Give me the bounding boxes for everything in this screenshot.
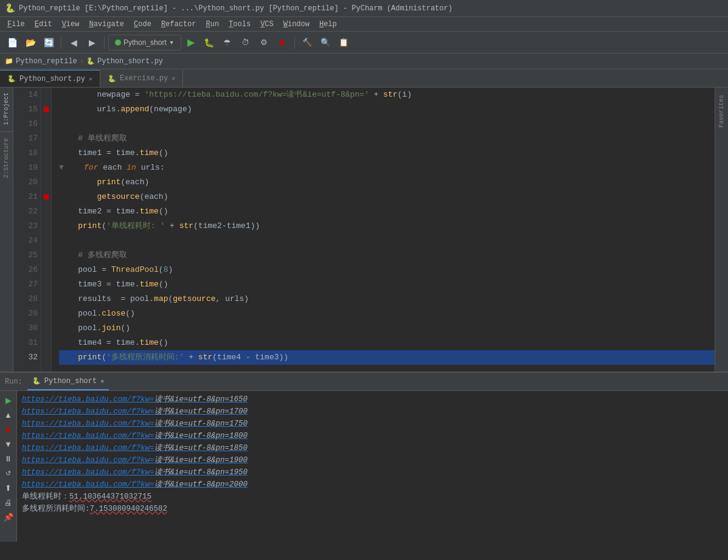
line-num-20: 20: [18, 175, 38, 190]
run-scroll-up-button[interactable]: ▲: [2, 408, 15, 421]
output-url-3[interactable]: https://tieba.baidu.com/f?kw=读书&ie=utf-8…: [22, 418, 248, 430]
coverage-button[interactable]: ☂: [219, 34, 236, 51]
run-pin-button[interactable]: 📌: [2, 510, 15, 524]
run-sort-button[interactable]: ⬆: [2, 481, 15, 494]
run-tab-python-short[interactable]: 🐍 Python_short ✕: [27, 373, 109, 390]
code-line-26: pool = ThreadPool(8): [59, 263, 715, 277]
code-editor[interactable]: 14 15 16 17 18 19 20 21 22 23 24 25 26 2…: [13, 88, 715, 372]
output-url-7[interactable]: https://tieba.baidu.com/f?kw=读书&ie=utf-8…: [22, 466, 248, 479]
menu-window[interactable]: Window: [279, 17, 314, 31]
output-url-8[interactable]: https://tieba.baidu.com/f?kw=读书&ie=utf-8…: [22, 479, 248, 491]
gutter-22: [41, 204, 51, 219]
menu-run[interactable]: Run: [201, 17, 224, 31]
line-num-24: 24: [18, 233, 38, 248]
line-num-21: 21: [18, 190, 38, 204]
code-line-16: [59, 117, 715, 131]
breadcrumb: 📁 Python_reptile › 🐍 Python_short.py: [0, 54, 728, 69]
tasks-button[interactable]: 📋: [335, 34, 352, 51]
code-line-18: time1 = time.time(): [59, 146, 715, 161]
line-num-27: 27: [18, 277, 38, 292]
run-label: Run:: [5, 378, 23, 386]
forward-button[interactable]: ▶: [83, 34, 100, 51]
debug-button[interactable]: 🐛: [201, 34, 218, 51]
line-num-18: 18: [18, 146, 38, 161]
menu-edit[interactable]: Edit: [30, 17, 57, 31]
app-icon: 🐍: [5, 3, 15, 13]
separator-2: [104, 36, 105, 49]
output-line-7: https://tieba.baidu.com/f?kw=读书&ie=utf-8…: [22, 466, 723, 479]
tab-close-2[interactable]: ✕: [172, 75, 175, 82]
run-tab-icon: 🐍: [32, 377, 41, 385]
code-line-20: print(each): [59, 175, 715, 190]
menu-bar: File Edit View Navigate Code Refactor Ru…: [0, 17, 728, 32]
gutter: [41, 88, 52, 372]
tab-exercise[interactable]: 🐍 Exercise.py ✕: [100, 70, 183, 87]
structure-panel-label[interactable]: 2:Structure: [3, 133, 10, 183]
run-print-button[interactable]: 🖨: [2, 496, 15, 509]
menu-code[interactable]: Code: [129, 17, 156, 31]
code-line-30: pool.join(): [59, 321, 715, 336]
output-line-1: https://tieba.baidu.com/f?kw=读书&ie=utf-8…: [22, 393, 723, 406]
line-num-17: 17: [18, 131, 38, 146]
output-url-1[interactable]: https://tieba.baidu.com/f?kw=读书&ie=utf-8…: [22, 393, 248, 406]
output-url-2[interactable]: https://tieba.baidu.com/f?kw=读书&ie=utf-8…: [22, 406, 248, 418]
back-button[interactable]: ◀: [65, 34, 82, 51]
run-header: Run: 🐍 Python_short ✕: [0, 373, 728, 391]
run-tab-label: Python_short: [44, 377, 97, 385]
run-tab-close[interactable]: ✕: [100, 378, 104, 385]
breakpoint-21: [43, 194, 49, 200]
code-line-17: # 单线程爬取: [59, 131, 715, 146]
tab-close-1[interactable]: ✕: [89, 75, 92, 83]
gutter-16: [41, 117, 51, 131]
run-body: ▶ ▲ ■ ▼ ⏸ ↺ ⬆ 🖨 📌 https://tieba.baidu.co…: [0, 391, 728, 542]
code-line-19: ▼ for each in urls:: [59, 161, 715, 175]
left-sidebar: 1:Project 2:Structure: [0, 88, 13, 372]
line-num-22: 22: [18, 204, 38, 219]
run-scroll-down-button[interactable]: ▼: [2, 437, 15, 451]
run-rerun-button[interactable]: ↺: [2, 466, 15, 480]
line-num-23: 23: [18, 219, 38, 233]
menu-file[interactable]: File: [2, 17, 30, 31]
run-config-icon: [115, 40, 121, 46]
gutter-32: [41, 350, 51, 365]
code-line-24: [59, 233, 715, 248]
output-url-4[interactable]: https://tieba.baidu.com/f?kw=读书&ie=utf-8…: [22, 430, 248, 442]
tab-python-short[interactable]: 🐍 Python_short.py ✕: [0, 70, 100, 87]
line-num-32: 32: [18, 350, 38, 365]
menu-refactor[interactable]: Refactor: [156, 17, 201, 31]
new-file-button[interactable]: 📄: [4, 34, 21, 51]
gutter-26: [41, 263, 51, 277]
stop-button[interactable]: ■: [274, 34, 291, 51]
search-button[interactable]: 🔍: [317, 34, 334, 51]
sync-button[interactable]: 🔄: [40, 34, 57, 51]
gutter-19: [41, 161, 51, 175]
menu-vcs[interactable]: VCS: [255, 17, 279, 31]
menu-tools[interactable]: Tools: [224, 17, 255, 31]
breadcrumb-project[interactable]: Python_reptile: [16, 57, 77, 66]
run-button[interactable]: ▶: [182, 34, 199, 51]
menu-navigate[interactable]: Navigate: [84, 17, 129, 31]
project-panel-label[interactable]: 1:Project: [3, 88, 10, 130]
code-line-28: results = pool.map(getsource, urls): [59, 292, 715, 306]
profile-button[interactable]: ⏱: [237, 34, 254, 51]
line-num-14: 14: [18, 88, 38, 102]
run-play-button[interactable]: ▶: [2, 393, 15, 407]
concurrency-button[interactable]: ⚙: [255, 34, 272, 51]
output-url-5[interactable]: https://tieba.baidu.com/f?kw=读书&ie=utf-8…: [22, 442, 248, 454]
gutter-20: [41, 175, 51, 190]
run-config-button[interactable]: Python_short ▼: [108, 35, 181, 50]
run-stop-button[interactable]: ■: [2, 423, 15, 436]
menu-help[interactable]: Help: [314, 17, 342, 31]
output-result-2: 多线程所消耗时间:7.153080940246582: [22, 503, 723, 515]
breadcrumb-file[interactable]: Python_short.py: [97, 57, 163, 66]
menu-view[interactable]: View: [57, 17, 85, 31]
line-num-28: 28: [18, 292, 38, 306]
run-pause-button[interactable]: ⏸: [2, 452, 15, 465]
tab-label-2: Exercise.py: [120, 74, 168, 83]
open-button[interactable]: 📂: [22, 34, 39, 51]
favorites-label[interactable]: Favorites: [718, 90, 725, 133]
output-line-2: https://tieba.baidu.com/f?kw=读书&ie=utf-8…: [22, 406, 723, 418]
build-button[interactable]: 🔨: [299, 34, 316, 51]
separator-1: [61, 36, 61, 49]
output-url-6[interactable]: https://tieba.baidu.com/f?kw=读书&ie=utf-8…: [22, 454, 248, 466]
